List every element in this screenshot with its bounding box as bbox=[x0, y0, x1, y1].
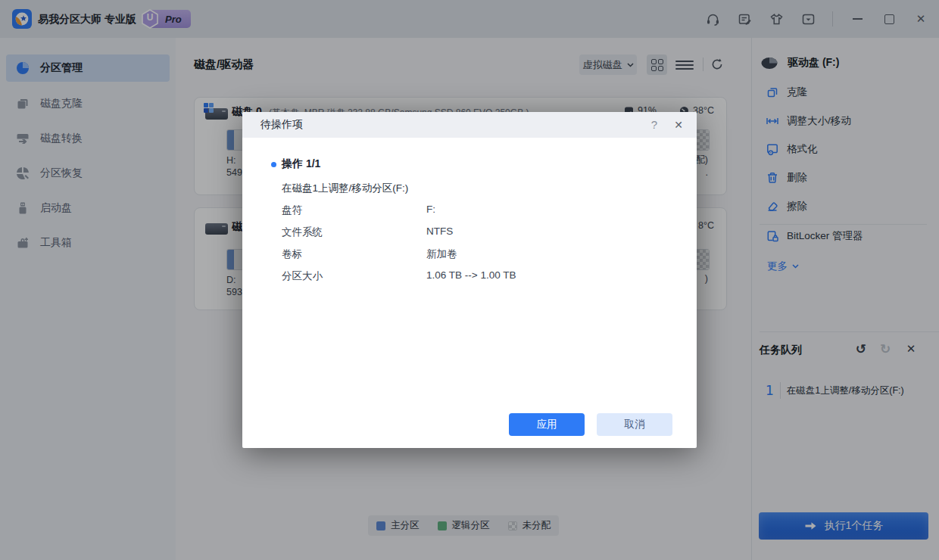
dialog-buttons: 应用 取消 bbox=[509, 413, 672, 436]
bullet-dot-icon bbox=[271, 162, 276, 167]
detail-row-filesystem: 文件系统 NTFS bbox=[282, 226, 672, 239]
detail-row-volume-label: 卷标 新加卷 bbox=[282, 247, 672, 261]
app-window: 易我分区大师 专业版 U Pro bbox=[0, 0, 939, 560]
dialog-body: 操作 1/1 在磁盘1上调整/移动分区(F:) 盘符 F: 文件系统 NTFS … bbox=[282, 138, 672, 283]
dialog-help-icon[interactable]: ? bbox=[651, 112, 657, 138]
detail-row-drive-letter: 盘符 F: bbox=[282, 204, 672, 217]
dialog-title: 待操作项 bbox=[260, 118, 303, 132]
operation-header: 操作 1/1 bbox=[282, 157, 672, 171]
dialog-header: 待操作项 ? ✕ bbox=[242, 112, 697, 138]
operation-description: 在磁盘1上调整/移动分区(F:) bbox=[282, 182, 672, 195]
apply-button[interactable]: 应用 bbox=[509, 413, 585, 436]
dialog-close-icon[interactable]: ✕ bbox=[674, 112, 683, 138]
cancel-button[interactable]: 取消 bbox=[597, 413, 672, 436]
detail-row-partition-size: 分区大小 1.06 TB --> 1.00 TB bbox=[282, 269, 672, 283]
pending-operations-dialog: 待操作项 ? ✕ 操作 1/1 在磁盘1上调整/移动分区(F:) 盘符 F: 文… bbox=[242, 112, 697, 448]
